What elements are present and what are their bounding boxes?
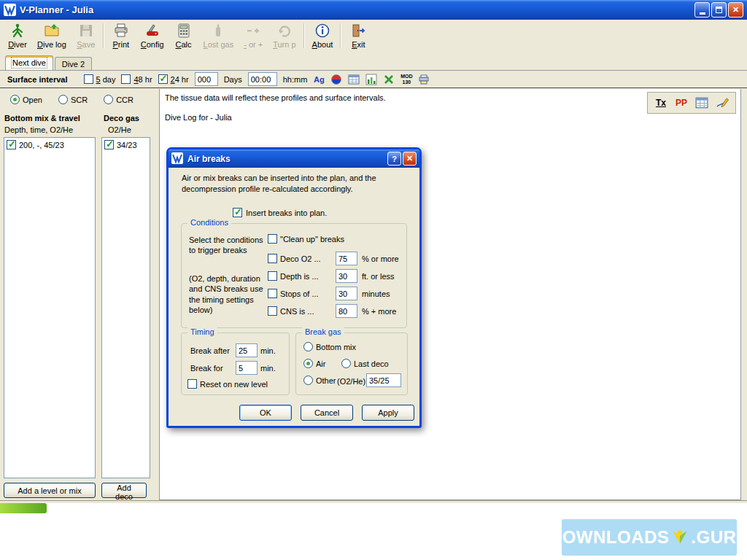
checkbox-box[interactable] <box>104 140 114 149</box>
checkbox-5-day[interactable]: 5 day <box>84 74 116 84</box>
checkbox-24-hr[interactable]: 24 hr <box>158 74 189 84</box>
ok-button[interactable]: OK <box>239 405 292 421</box>
break-for-suffix: min. <box>260 364 276 373</box>
days-input[interactable] <box>195 72 218 86</box>
bottom-mix-list[interactable]: 200, -, 45/23 <box>4 137 96 478</box>
tab-next-dive[interactable]: Next dive <box>5 55 53 71</box>
app-logo-icon <box>4 4 16 16</box>
green-banner-fragment <box>0 503 47 513</box>
maximize-icon <box>716 7 722 13</box>
checkbox-box[interactable] <box>7 140 16 149</box>
toolbar-button-calc[interactable]: Calc <box>169 20 198 51</box>
tab-dive-2[interactable]: Dive 2 <box>55 57 92 71</box>
condition-row-stops: Stops of ... minutes <box>268 287 405 300</box>
toolbar-button-diver[interactable]: Diver <box>3 20 32 51</box>
pp-view-icon[interactable]: PP <box>674 96 689 110</box>
condition-value-input[interactable] <box>336 304 357 318</box>
downloads-guru-logo-icon <box>670 528 689 547</box>
color-printer-icon[interactable] <box>418 74 430 85</box>
tab-label: Next dive <box>12 58 46 67</box>
text-view-icon[interactable]: Tx <box>654 96 668 110</box>
condition-value-input[interactable] <box>336 287 357 300</box>
tab-bar: Next dive Dive 2 <box>0 52 747 70</box>
tab-label: Dive 2 <box>62 60 85 69</box>
cancel-button[interactable]: Cancel <box>301 405 353 421</box>
list-item-label: 34/23 <box>117 141 137 149</box>
radio-label: Open <box>23 96 42 104</box>
checkbox-label: Reset on new level <box>200 380 268 389</box>
close-button[interactable]: ✕ <box>728 2 743 18</box>
condition-suffix: % or more <box>362 254 399 263</box>
radio-other[interactable]: Other <box>303 376 336 385</box>
toolbar-button-exit[interactable]: Exit <box>344 20 373 51</box>
maximize-button[interactable] <box>711 2 727 18</box>
toolbar-button-config[interactable]: Config <box>136 20 169 51</box>
printer-icon <box>113 23 129 39</box>
toolbar-button-lost-gas: Lost gas <box>198 20 239 51</box>
reset-on-new-level-checkbox[interactable]: Reset on new level <box>187 379 268 389</box>
bottom-mix-subtitle: Depth, time, O2/He <box>4 125 73 134</box>
time-input[interactable] <box>248 72 277 86</box>
radio-circle[interactable] <box>341 359 351 368</box>
toolbar-button-dive-log[interactable]: Dive log <box>32 20 71 51</box>
radio-circle[interactable] <box>303 376 313 385</box>
add-level-button[interactable]: Add a level or mix <box>4 483 96 498</box>
break-for-input[interactable] <box>236 361 258 375</box>
checkbox-box[interactable] <box>121 74 131 84</box>
condition-checkbox[interactable] <box>268 306 277 316</box>
radio-circle[interactable] <box>303 359 313 368</box>
dialog-body: Air or mix breaks can be inserted into t… <box>169 168 419 426</box>
add-deco-button[interactable]: Add deco <box>101 483 147 498</box>
globe-icon[interactable] <box>330 74 342 85</box>
radio-ccr[interactable]: CCR <box>104 95 133 104</box>
apply-button[interactable]: Apply <box>362 405 414 421</box>
table-icon[interactable] <box>348 74 360 85</box>
dialog-help-button[interactable]: ? <box>387 152 401 166</box>
chart-icon[interactable] <box>365 74 377 85</box>
toolbar-button-about[interactable]: About <box>307 20 338 51</box>
condition-value-input[interactable] <box>336 269 357 283</box>
toolbar-button-minus-or-plus: - or + <box>239 20 268 51</box>
condition-label: Stops of ... <box>280 289 333 298</box>
surface-interval-label: Surface interval <box>7 75 68 84</box>
condition-value-input[interactable] <box>336 252 357 265</box>
deco-gas-list[interactable]: 34/23 <box>101 137 150 478</box>
dialog-close-button[interactable]: ✕ <box>403 152 417 166</box>
mod-130-icon[interactable]: MOD 130 <box>400 74 412 85</box>
toolbar-button-print[interactable]: Print <box>107 20 136 51</box>
radio-scr[interactable]: SCR <box>58 95 88 104</box>
list-item-label: 200, -, 45/23 <box>19 141 64 149</box>
other-gas-input[interactable] <box>366 373 401 387</box>
radio-bottom-mix[interactable]: Bottom mix <box>303 342 356 351</box>
gas-cross-icon[interactable] <box>383 74 395 85</box>
condition-checkbox[interactable] <box>268 254 277 263</box>
checkbox-48-hr[interactable]: 48 hr <box>121 74 152 84</box>
break-after-input[interactable] <box>236 343 258 357</box>
font-sample-icon[interactable]: Ag <box>313 74 325 85</box>
radio-circle[interactable] <box>58 95 68 104</box>
title-bar: V-Planner - Julia ✕ <box>0 0 747 20</box>
radio-open[interactable]: Open <box>10 95 42 104</box>
radio-last-deco[interactable]: Last deco <box>341 359 389 368</box>
condition-checkbox[interactable] <box>268 289 277 298</box>
checkbox-box[interactable] <box>158 74 168 84</box>
condition-checkbox[interactable] <box>268 234 277 244</box>
list-item[interactable]: 34/23 <box>102 138 150 152</box>
radio-air[interactable]: Air <box>303 359 325 368</box>
radio-circle[interactable] <box>10 95 20 104</box>
radio-label: SCR <box>71 96 88 104</box>
checkbox-box[interactable] <box>233 208 242 217</box>
insert-breaks-checkbox[interactable]: Insert breaks into plan. <box>233 208 327 217</box>
checkbox-box[interactable] <box>84 74 93 84</box>
mode-selector: Open SCR CCR <box>10 95 133 104</box>
minimize-button[interactable] <box>694 2 710 18</box>
break-for-row: Break for min. <box>190 361 276 375</box>
checkbox-box[interactable] <box>187 379 197 389</box>
condition-checkbox[interactable] <box>268 271 277 281</box>
list-item[interactable]: 200, -, 45/23 <box>4 138 95 152</box>
graph-pen-icon[interactable] <box>715 96 729 110</box>
radio-circle[interactable] <box>303 342 313 351</box>
radio-circle[interactable] <box>104 95 113 104</box>
table-view-icon[interactable] <box>694 96 709 110</box>
condition-label: "Clean up" breaks <box>280 235 344 244</box>
